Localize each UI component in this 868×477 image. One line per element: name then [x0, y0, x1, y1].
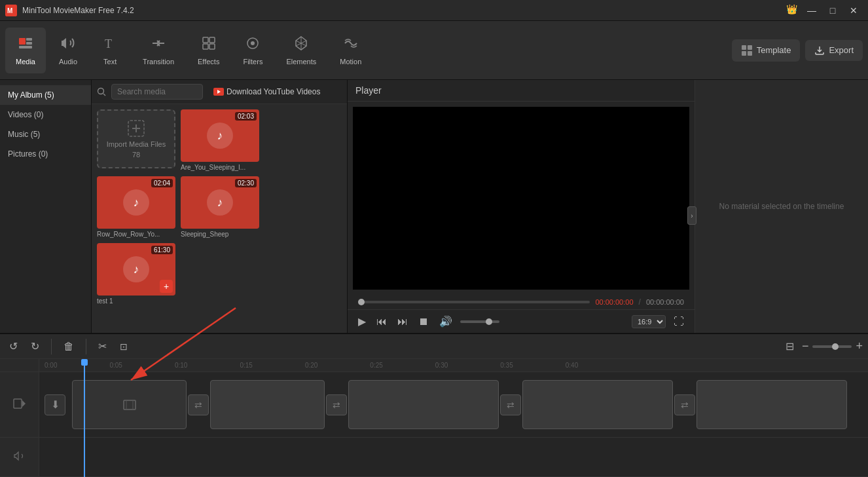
- aspect-ratio-select[interactable]: 16:9: [632, 315, 666, 328]
- svg-rect-28: [14, 399, 22, 408]
- media-toolbar: Download YouTube Videos: [92, 80, 347, 104]
- text-icon: T: [102, 35, 118, 55]
- motion-label: Motion: [340, 58, 361, 66]
- toolbar-effects[interactable]: Effects: [187, 28, 230, 73]
- elements-icon: [293, 35, 309, 55]
- music-icon: ♪: [207, 189, 233, 216]
- transition-clip[interactable]: ⇄: [500, 394, 521, 415]
- youtube-download-button[interactable]: Download YouTube Videos: [208, 85, 325, 99]
- transition-clip[interactable]: ⇄: [674, 394, 695, 415]
- toolbar-elements[interactable]: Elements: [276, 28, 327, 73]
- motion-icon: [343, 35, 359, 55]
- duration-badge: 02:04: [151, 179, 173, 187]
- media-panel: Download YouTube Videos Import Media Fil…: [92, 80, 348, 333]
- zoom-in-button[interactable]: +: [856, 339, 863, 353]
- video-track-row: ⬇ ⇄ ⇄: [39, 372, 868, 438]
- media-card[interactable]: ♪ 02:04 Row_Row_Row_Yo...: [97, 176, 175, 238]
- export-button[interactable]: Export: [805, 40, 863, 61]
- player-controls: ▶ ⏮ ⏭ ⏹ 🔊 16:9 ⛶: [348, 309, 695, 333]
- delete-button[interactable]: 🗑: [60, 339, 78, 354]
- search-input[interactable]: [111, 84, 203, 100]
- app-icon: M: [5, 5, 17, 16]
- next-frame-button[interactable]: ⏭: [395, 315, 410, 329]
- play-button[interactable]: ▶: [355, 314, 369, 329]
- media-card[interactable]: ♪ 61:30 + test 1: [97, 243, 175, 305]
- player-viewport: [353, 107, 689, 290]
- media-icon: [18, 35, 33, 55]
- maximize-button[interactable]: □: [823, 4, 842, 17]
- svg-rect-10: [209, 44, 215, 49]
- sidebar-item-pictures[interactable]: Pictures (0): [0, 144, 91, 164]
- music-label: Music (5): [8, 130, 40, 139]
- sidebar-item-my-album[interactable]: My Album (5): [0, 85, 91, 105]
- minimize-button[interactable]: —: [803, 4, 821, 17]
- prev-frame-button[interactable]: ⏮: [374, 315, 389, 329]
- player-time-separator: /: [639, 297, 641, 307]
- video-clip[interactable]: [72, 380, 187, 429]
- crown-icon: 👑: [786, 4, 797, 17]
- toolbar-audio[interactable]: Audio: [48, 28, 88, 73]
- video-clip[interactable]: [696, 380, 847, 429]
- toolbar-transition[interactable]: Transition: [132, 28, 185, 73]
- fullscreen-button[interactable]: ⛶: [671, 315, 687, 329]
- template-label: Template: [757, 45, 791, 55]
- cut-button[interactable]: ✂: [94, 339, 111, 354]
- toolbar-separator: [51, 339, 52, 354]
- transition-clip[interactable]: ⇄: [188, 394, 209, 415]
- zoom-slider[interactable]: [812, 345, 852, 348]
- timeline: ↺ ↻ 🗑 ✂ ⊡ ⊟ − +: [0, 333, 868, 477]
- zoom-out-button[interactable]: −: [802, 339, 809, 353]
- volume-button[interactable]: 🔊: [437, 314, 455, 329]
- youtube-label: Download YouTube Videos: [226, 87, 320, 96]
- media-filename: test 1: [97, 297, 175, 305]
- svg-rect-30: [124, 400, 136, 410]
- audio-track-row: [39, 438, 868, 477]
- titlebar: M MiniTool MovieMaker Free 7.4.2 👑 — □ ✕: [0, 0, 868, 21]
- sidebar-item-videos[interactable]: Videos (0): [0, 105, 91, 124]
- svg-text:T: T: [105, 37, 112, 50]
- video-clip[interactable]: [210, 380, 325, 429]
- template-button[interactable]: Template: [732, 39, 801, 62]
- transition-clip[interactable]: ⇄: [326, 394, 347, 415]
- crop-button[interactable]: ⊡: [116, 340, 132, 353]
- snap-button[interactable]: ⊟: [782, 339, 798, 354]
- media-filename: Are_You_Sleeping_I...: [181, 164, 259, 171]
- media-card[interactable]: ♪ 02:30 Sleeping_Sheep: [181, 176, 259, 238]
- svg-rect-9: [203, 44, 208, 49]
- toolbar-media[interactable]: Media: [5, 28, 46, 73]
- svg-rect-7: [203, 37, 208, 43]
- video-clip[interactable]: [348, 380, 499, 429]
- media-card[interactable]: ♪ 02:03 Are_You_Sleeping_I...: [181, 109, 259, 171]
- close-button[interactable]: ✕: [844, 4, 863, 17]
- import-media-button[interactable]: Import Media Files 78: [97, 109, 175, 168]
- player-progress-bar[interactable]: [358, 301, 590, 303]
- media-label: Media: [16, 58, 35, 66]
- right-panel: › No material selected on the timeline: [695, 80, 868, 333]
- media-thumb: ♪ 02:03: [181, 109, 259, 162]
- undo-button[interactable]: ↺: [5, 339, 22, 354]
- svg-rect-2: [19, 38, 26, 45]
- music-icon: ♪: [123, 189, 149, 216]
- volume-slider[interactable]: [460, 320, 499, 323]
- video-clip[interactable]: [522, 380, 673, 429]
- playhead[interactable]: [84, 359, 85, 477]
- toolbar-filters[interactable]: Filters: [232, 28, 273, 73]
- timeline-tracks[interactable]: 0:00 0:05 0:10 0:15 0:20 0:25 0:30 0:35 …: [39, 359, 868, 477]
- add-to-timeline-button[interactable]: +: [160, 280, 173, 293]
- no-material-text: No material selected on the timeline: [709, 191, 855, 221]
- music-icon: ♪: [123, 256, 149, 282]
- svg-rect-19: [742, 51, 746, 56]
- clip-icon: [123, 398, 136, 411]
- window-controls: 👑 — □ ✕: [786, 4, 863, 17]
- elements-label: Elements: [286, 58, 316, 66]
- toolbar-motion[interactable]: Motion: [329, 28, 372, 73]
- svg-rect-3: [26, 38, 32, 41]
- effects-icon: [201, 35, 217, 55]
- collapse-right-panel-button[interactable]: ›: [687, 206, 696, 225]
- player-header: Player: [348, 80, 695, 102]
- add-clip-button[interactable]: ⬇: [45, 394, 65, 415]
- stop-button[interactable]: ⏹: [416, 315, 431, 329]
- sidebar-item-music[interactable]: Music (5): [0, 124, 91, 144]
- redo-button[interactable]: ↻: [27, 339, 43, 354]
- toolbar-text[interactable]: T Text: [90, 28, 130, 73]
